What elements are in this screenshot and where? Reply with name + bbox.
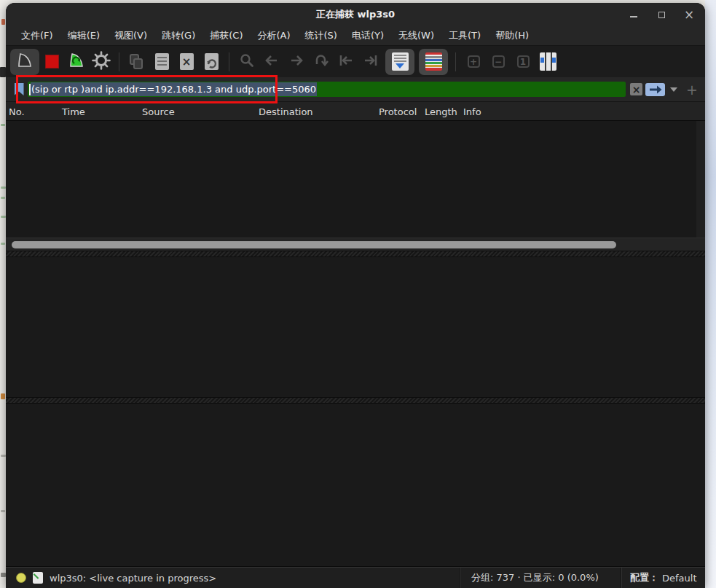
- pane-splitter[interactable]: [6, 251, 705, 257]
- filter-toolbar: (sip or rtp )and ip.addr==192.168.1.3 an…: [6, 77, 705, 102]
- go-first-button[interactable]: [334, 49, 358, 75]
- zoom-out-icon: −: [492, 55, 505, 68]
- search-icon: [239, 52, 255, 71]
- zoom-in-icon: +: [468, 55, 480, 68]
- loop-arrow-icon: [313, 52, 329, 71]
- reload-file-button[interactable]: [199, 49, 224, 75]
- restart-capture-button[interactable]: [64, 49, 89, 75]
- zoom-100-icon: 1: [517, 55, 530, 68]
- stop-capture-button[interactable]: [39, 49, 64, 75]
- restart-fin-icon: [68, 52, 85, 72]
- auto-scroll-icon: [392, 52, 409, 71]
- save-file-icon: [155, 53, 169, 70]
- stop-square-icon: [45, 55, 59, 68]
- capture-comment-icon[interactable]: [33, 572, 43, 584]
- menu-capture[interactable]: 捕获(C): [203, 27, 249, 44]
- menu-statistics[interactable]: 统计(S): [299, 27, 344, 44]
- packet-list-header: No. Time Source Destination Protocol Len…: [6, 102, 705, 121]
- packet-details-pane: [6, 257, 705, 397]
- packet-list-pane: [6, 121, 705, 238]
- save-file-button[interactable]: [149, 49, 174, 75]
- filter-bookmark-button[interactable]: [10, 81, 28, 98]
- expert-info-icon[interactable]: [16, 573, 26, 583]
- column-no[interactable]: No.: [9, 106, 62, 117]
- menu-tools[interactable]: 工具(T): [442, 27, 487, 44]
- find-packet-button[interactable]: [235, 49, 259, 75]
- profile-section[interactable]: 配置： Default: [621, 568, 705, 588]
- statusbar: wlp3s0: <live capture in progress> 分组: 7…: [6, 567, 705, 588]
- menu-go[interactable]: 跳转(G): [155, 27, 202, 44]
- column-source[interactable]: Source: [142, 106, 259, 117]
- arrow-right-icon: [288, 52, 304, 71]
- zoom-out-button[interactable]: −: [486, 49, 511, 75]
- zoom-in-button[interactable]: +: [461, 49, 486, 75]
- resize-columns-button[interactable]: [535, 49, 560, 75]
- column-info[interactable]: Info: [463, 106, 705, 117]
- maximize-icon[interactable]: [656, 9, 667, 20]
- arrow-to-end-icon: [363, 52, 379, 71]
- open-file-icon: [130, 54, 144, 70]
- menu-telephony[interactable]: 电话(Y): [345, 27, 390, 44]
- pane-splitter[interactable]: [6, 397, 705, 404]
- open-file-button[interactable]: [125, 49, 149, 75]
- packet-bytes-pane: [6, 404, 705, 567]
- arrow-left-icon: [264, 52, 280, 71]
- menu-wireless[interactable]: 无线(W): [392, 27, 441, 44]
- go-back-button[interactable]: [259, 49, 284, 75]
- column-time[interactable]: Time: [62, 106, 142, 117]
- shark-fin-icon: [16, 52, 34, 72]
- clear-filter-button[interactable]: ×: [630, 83, 642, 95]
- horizontal-scrollbar[interactable]: [6, 238, 705, 251]
- filter-dropdown-caret-icon[interactable]: [670, 87, 677, 92]
- filter-text-selected: (sip or rtp )and ip.addr==192.168.1.3 an…: [31, 82, 317, 96]
- column-destination[interactable]: Destination: [259, 106, 379, 117]
- profile-label: 配置：: [630, 571, 658, 584]
- go-to-packet-button[interactable]: [309, 49, 334, 75]
- arrow-to-start-icon: [338, 52, 354, 71]
- menu-file[interactable]: 文件(F): [15, 27, 60, 44]
- apply-arrow-icon: [649, 85, 662, 94]
- zoom-100-button[interactable]: 1: [511, 49, 535, 75]
- apply-filter-button[interactable]: [645, 83, 665, 96]
- capture-status-text: wlp3s0: <live capture in progress>: [50, 573, 216, 584]
- capture-options-button[interactable]: [89, 49, 114, 75]
- titlebar[interactable]: 正在捕获 wlp3s0 ×: [6, 3, 705, 26]
- profile-value: Default: [662, 573, 697, 584]
- colorize-icon: [425, 52, 442, 71]
- main-toolbar: ×: [6, 46, 705, 77]
- window-controls: ×: [628, 3, 695, 26]
- packets-summary: 分组: 737 · 已显示: 0 (0.0%): [459, 568, 621, 588]
- resize-columns-icon: [540, 52, 556, 71]
- menu-analyze[interactable]: 分析(A): [251, 27, 296, 44]
- reload-file-icon: [205, 53, 219, 70]
- gear-icon: [92, 51, 111, 73]
- toolbar-separator: [229, 52, 229, 71]
- auto-scroll-button[interactable]: [385, 49, 414, 75]
- close-file-icon: ×: [180, 53, 194, 70]
- window-title: 正在捕获 wlp3s0: [6, 8, 705, 21]
- display-filter-input[interactable]: (sip or rtp )and ip.addr==192.168.1.3 an…: [28, 82, 626, 97]
- go-forward-button[interactable]: [284, 49, 309, 75]
- close-icon[interactable]: ×: [683, 9, 695, 20]
- bookmark-icon: [15, 83, 24, 95]
- menubar: 文件(F) 编辑(E) 视图(V) 跳转(G) 捕获(C) 分析(A) 统计(S…: [6, 26, 705, 46]
- scrollbar-thumb[interactable]: [12, 241, 616, 248]
- menu-help[interactable]: 帮助(H): [489, 27, 535, 44]
- column-length[interactable]: Length: [425, 106, 463, 117]
- start-capture-button[interactable]: [10, 49, 39, 75]
- menu-view[interactable]: 视图(V): [108, 27, 154, 44]
- column-protocol[interactable]: Protocol: [379, 106, 425, 117]
- close-file-button[interactable]: ×: [174, 49, 199, 75]
- minimize-icon[interactable]: [628, 9, 640, 20]
- desktop-right-strip: [705, 0, 716, 588]
- menu-edit[interactable]: 编辑(E): [61, 27, 106, 44]
- go-last-button[interactable]: [358, 49, 383, 75]
- toolbar-separator: [455, 52, 456, 71]
- toolbar-separator: [119, 52, 119, 71]
- desktop-background: 正在捕获 wlp3s0 × 文件(F) 编辑(E) 视图(V) 跳转(G) 捕获…: [0, 0, 716, 588]
- wireshark-window: 正在捕获 wlp3s0 × 文件(F) 编辑(E) 视图(V) 跳转(G) 捕获…: [6, 3, 705, 588]
- add-filter-button[interactable]: +: [686, 82, 698, 98]
- colorize-button[interactable]: [419, 49, 448, 75]
